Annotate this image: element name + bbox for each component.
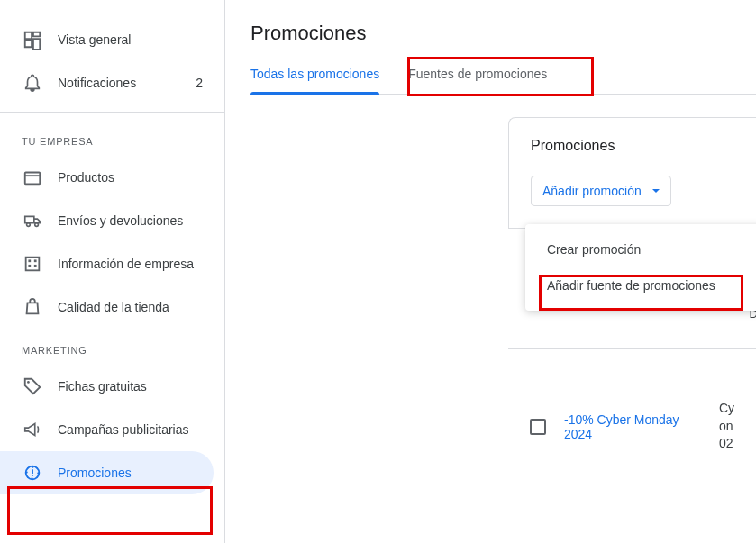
sidebar-item-label: Promociones (58, 466, 192, 480)
box-icon (22, 167, 43, 188)
svg-point-2 (35, 223, 39, 227)
add-promotion-label: Añadir promoción (542, 184, 642, 198)
truck-icon (22, 210, 43, 231)
sidebar-item-store-quality[interactable]: Calidad de la tienda (0, 285, 224, 329)
svg-point-8 (27, 381, 30, 384)
sidebar-item-label: Vista general (58, 32, 203, 47)
promotion-meta: Cy on 02 (719, 400, 734, 453)
dashboard-icon (22, 29, 43, 50)
sidebar-item-label: Información de empresa (58, 257, 203, 271)
promotions-panel: Promociones Añadir promoción Crear promo… (508, 117, 756, 229)
sidebar-item-ad-campaigns[interactable]: Campañas publicitarias (0, 408, 224, 451)
sidebar-item-notifications[interactable]: Notificaciones 2 (0, 61, 224, 104)
caret-down-icon (652, 189, 660, 193)
tab-promotion-sources[interactable]: Fuentes de promociones (408, 67, 547, 94)
svg-rect-3 (26, 258, 40, 271)
tag-icon (22, 376, 43, 397)
sidebar-section-header: MARKETING (0, 329, 224, 365)
sidebar-divider (0, 112, 224, 113)
sidebar-item-shipping[interactable]: Envíos y devoluciones (0, 199, 224, 242)
table-row[interactable]: -10% Cyber Monday 2024 Cy on 02 (508, 348, 756, 453)
sidebar-item-products[interactable]: Productos (0, 156, 224, 199)
page-title: Promociones (250, 22, 756, 45)
svg-rect-5 (34, 259, 37, 262)
bell-icon (22, 72, 43, 94)
sidebar-item-promotions[interactable]: Promociones (0, 451, 214, 494)
sidebar-item-label: Productos (58, 170, 203, 185)
svg-rect-6 (28, 265, 31, 267)
building-icon (22, 253, 43, 275)
sidebar-item-label: Fichas gratuitas (58, 379, 203, 394)
sidebar-item-free-listings[interactable]: Fichas gratuitas (0, 365, 224, 408)
svg-point-1 (27, 223, 31, 227)
panel-actions: Añadir promoción (509, 176, 756, 228)
tab-all-promotions[interactable]: Todas las promociones (250, 67, 379, 94)
sidebar-item-label: Envíos y devoluciones (58, 213, 203, 228)
svg-rect-7 (34, 265, 37, 267)
tab-bar: Todas las promociones Fuentes de promoci… (250, 67, 756, 95)
row-checkbox[interactable] (530, 419, 546, 435)
megaphone-icon (22, 419, 43, 440)
sidebar-item-label: Notificaciones (58, 76, 196, 90)
sidebar-section-header: TU EMPRESA (0, 120, 224, 156)
promotion-link[interactable]: -10% Cyber Monday 2024 (564, 412, 701, 441)
sidebar-item-business-info[interactable]: Información de empresa (0, 242, 224, 285)
notification-count: 2 (196, 76, 203, 90)
add-promotion-dropdown: Crear promoción Añadir fuente de promoci… (525, 224, 756, 311)
sidebar-item-label: Calidad de la tienda (58, 300, 203, 314)
sidebar-item-overview[interactable]: Vista general (0, 18, 224, 61)
sidebar: Vista general Notificaciones 2 TU EMPRES… (0, 0, 225, 543)
svg-rect-4 (28, 259, 31, 262)
main-content: Promociones Todas las promociones Fuente… (225, 0, 756, 543)
badge-icon (22, 462, 43, 484)
dropdown-create-promotion[interactable]: Crear promoción (525, 231, 756, 267)
add-promotion-button[interactable]: Añadir promoción (531, 176, 671, 206)
bag-icon (22, 296, 43, 318)
dropdown-add-source[interactable]: Añadir fuente de promociones (525, 267, 756, 303)
svg-rect-0 (25, 173, 41, 185)
panel-title: Promociones (509, 118, 756, 176)
sidebar-item-label: Campañas publicitarias (58, 422, 203, 437)
